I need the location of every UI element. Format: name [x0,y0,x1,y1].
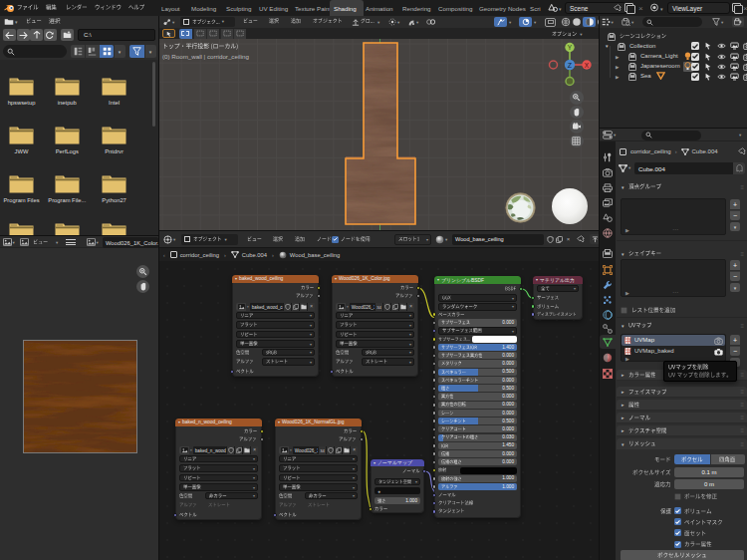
svg-text:X: X [585,62,590,69]
svg-text:Z: Z [568,62,573,69]
svg-text:Y: Y [568,44,573,51]
